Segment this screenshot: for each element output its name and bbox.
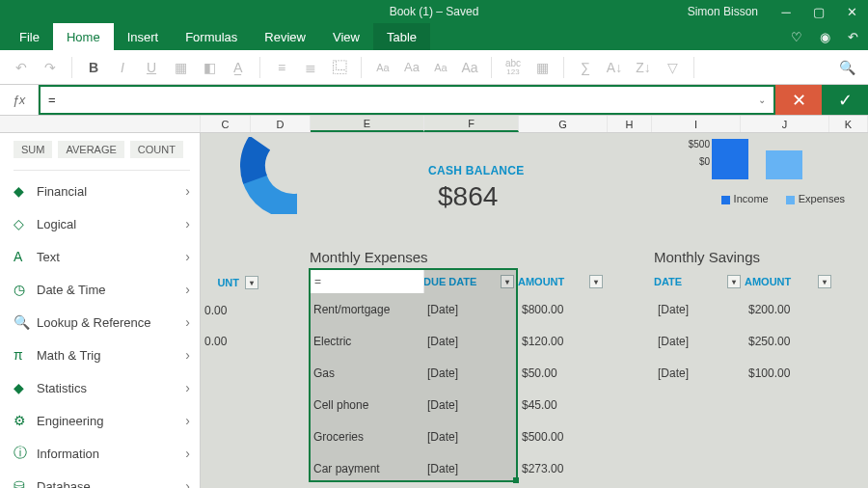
cell-due[interactable]: [Date] [423,421,518,452]
tab-insert[interactable]: Insert [114,23,173,50]
cell-item[interactable]: Groceries [310,421,423,452]
category-engineering[interactable]: ⚙Engineering› [14,404,190,437]
sort-desc-button[interactable]: Z↓ [630,55,657,80]
font-medium-button[interactable]: Aa [398,55,425,80]
number-format-button[interactable]: abc123 [500,55,527,80]
redo-button[interactable]: ↷ [37,55,64,80]
cell-amount[interactable]: $500.00 [518,421,607,452]
font-small-button[interactable]: Aa [427,55,454,80]
cell-date[interactable]: [Date] [654,294,745,325]
italic-button[interactable]: I [109,55,136,80]
category-math-trig[interactable]: πMath & Trig› [14,339,190,371]
sort-asc-button[interactable]: A↓ [601,55,628,80]
chip-average[interactable]: AVERAGE [58,141,123,158]
close-button[interactable]: ✕ [835,0,868,23]
merge-button[interactable]: ⿺ [326,55,353,80]
font-color-button[interactable]: A̲ [225,55,252,80]
font-size-decrease-button[interactable]: Aa [456,55,483,80]
col-g[interactable]: G [519,116,608,132]
cell-item[interactable]: Gas [310,358,423,389]
cell-amount[interactable]: $100.00 [745,358,835,389]
accept-formula-button[interactable]: ✓ [822,85,868,115]
cell-item[interactable]: Electric [310,326,423,357]
underline-button[interactable]: U [138,55,165,80]
cancel-formula-button[interactable]: ✕ [775,85,822,115]
align-center-button[interactable]: ≣ [297,55,324,80]
col-h[interactable]: H [608,116,652,132]
cell-item[interactable]: Cell phone [310,390,423,420]
cell-amount[interactable]: $120.00 [518,326,607,357]
category-statistics[interactable]: ◆Statistics› [14,371,190,404]
col-e[interactable]: E [311,116,424,132]
tab-table[interactable]: Table [373,23,430,50]
filter-button[interactable]: ▾ [818,275,831,288]
category-database[interactable]: ⛁Database› [14,470,190,488]
tab-formulas[interactable]: Formulas [172,23,251,50]
col-j[interactable]: J [741,116,829,132]
tab-view[interactable]: View [319,23,373,50]
autosum-button[interactable]: ∑ [572,55,599,80]
cell-amount[interactable]: $800.00 [518,294,607,325]
search-button[interactable]: 🔍 [833,55,860,80]
cell-item[interactable]: Rent/mortgage [310,294,423,325]
filter-button[interactable]: ▾ [245,276,258,289]
cell-amount[interactable]: $50.00 [518,358,607,389]
cell-item[interactable]: Car payment [310,453,423,484]
cell[interactable]: 0.00 [201,295,278,326]
category-lookup-reference[interactable]: 🔍Lookup & Reference› [14,306,190,339]
cell-due[interactable]: [Date] [423,326,518,357]
fx-icon[interactable]: ƒx [0,85,39,115]
category-financial[interactable]: ◆Financial› [14,175,190,207]
undo-icon[interactable]: ↶ [848,30,858,44]
borders-button[interactable]: ▦ [167,55,194,80]
cell-due[interactable]: [Date] [423,390,518,420]
lightbulb-icon[interactable]: ♡ [791,30,802,44]
cash-balance-label: CASH BALANCE [428,164,525,177]
col-c[interactable]: C [201,116,251,132]
filter-button[interactable]: ▾ [501,275,514,288]
bold-button[interactable]: B [80,55,107,80]
cell-due[interactable]: [Date] [423,453,518,484]
cell-amount[interactable]: $200.00 [745,294,835,325]
category-information[interactable]: ⓘInformation› [14,437,190,470]
chevron-down-icon[interactable]: ⌄ [758,95,766,105]
col-f[interactable]: F [424,116,519,132]
fill-color-button[interactable]: ◧ [196,55,223,80]
minimize-button[interactable]: ─ [770,0,802,23]
tab-review[interactable]: Review [251,23,319,50]
cell-date[interactable]: [Date] [654,326,745,357]
col-i[interactable]: I [652,116,741,132]
col-k[interactable]: K [829,116,868,132]
doc-title: Book (1) – Saved [390,5,479,18]
category-text[interactable]: AText› [14,240,190,273]
cell-amount[interactable]: $250.00 [745,326,835,357]
category-date-time[interactable]: ◷Date & Time› [14,273,190,306]
table-format-button[interactable]: ▦ [529,55,556,80]
cell[interactable]: 0.00 [201,326,278,357]
tab-home[interactable]: Home [53,23,114,50]
cell-amount[interactable]: $45.00 [518,390,607,420]
filter-button[interactable]: ▾ [589,275,603,288]
filter-button[interactable]: ▾ [727,275,741,288]
col-d[interactable]: D [251,116,311,132]
worksheet[interactable]: CASH BALANCE $864 $500 $0 Income Expense… [201,133,868,488]
align-left-button[interactable]: ≡ [268,55,295,80]
category-logical[interactable]: ◇Logical› [14,207,190,240]
filter-button[interactable]: ▽ [659,55,686,80]
cell-amount[interactable]: $273.00 [518,453,607,484]
tab-file[interactable]: File [6,23,53,50]
undo-button[interactable]: ↶ [8,55,35,80]
chip-sum[interactable]: SUM [14,141,52,158]
cell-due[interactable]: [Date] [423,358,518,389]
cell-due[interactable]: [Date] [423,294,518,325]
account-name[interactable]: Simon Bisson [688,5,758,18]
chevron-right-icon: › [185,249,190,264]
maximize-button[interactable]: ▢ [802,0,835,23]
cell-date[interactable]: [Date] [654,358,745,389]
chip-count[interactable]: COUNT [130,141,183,158]
font-size-increase-button[interactable]: Aa [369,55,396,80]
legend-swatch-income [721,196,730,204]
formula-input[interactable]: = ⌄ [39,85,775,115]
legend-swatch-expenses [786,196,795,204]
account-icon[interactable]: ◉ [820,30,830,44]
